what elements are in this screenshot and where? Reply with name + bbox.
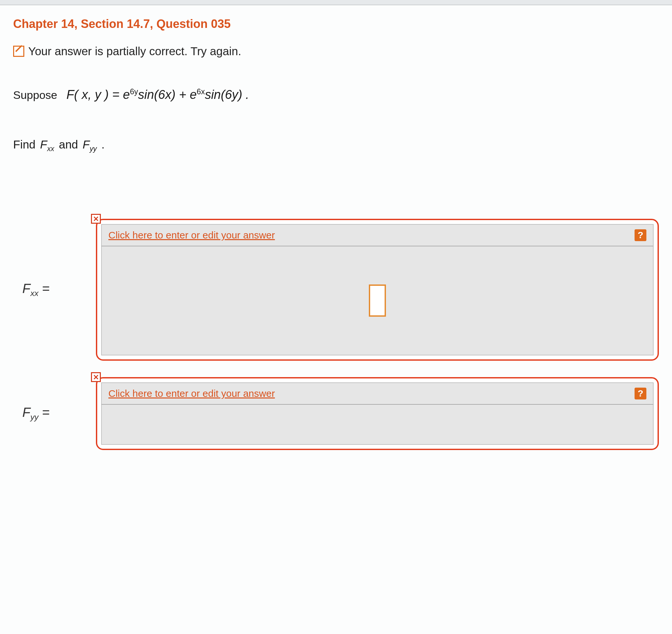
answer-label: Fxx =: [22, 281, 81, 298]
answer-header: Click here to enter or edit your answer?: [101, 224, 654, 246]
formula-part: sin(6x) + e: [138, 88, 196, 101]
find-lead: Find: [13, 138, 35, 151]
status-row: Your answer is partially correct. Try ag…: [13, 45, 659, 58]
equals-sign: =: [39, 281, 50, 296]
find-tail: .: [101, 138, 105, 151]
sym-sub: yy: [30, 413, 39, 421]
sym-sub: yy: [90, 144, 97, 153]
partial-correct-icon: [13, 46, 24, 57]
answers-container: Fxx =✕Click here to enter or edit your a…: [13, 219, 659, 450]
sym-base: F: [22, 281, 30, 296]
answer-box[interactable]: Click here to enter or edit your answer?: [96, 219, 659, 361]
sym-sub: xx: [47, 144, 54, 153]
formula-exp: 6y: [130, 87, 138, 96]
formula-part: sin(6y): [205, 88, 242, 101]
problem-formula: F( x, y ) = e6ysin(6x) + e6xsin(6y): [66, 87, 242, 102]
incorrect-badge-icon: ✕: [91, 372, 101, 382]
answer-body[interactable]: [101, 405, 654, 445]
formula-part: F( x, y ) = e: [66, 88, 130, 101]
input-cursor-icon: [369, 284, 386, 317]
formula-exp: 6x: [197, 87, 205, 96]
edit-answer-link[interactable]: Click here to enter or edit your answer: [109, 388, 275, 399]
answer-box-wrap: ✕Click here to enter or edit your answer…: [96, 219, 659, 361]
sym-base: F: [40, 138, 47, 151]
answer-body[interactable]: [101, 246, 654, 355]
find-conj: and: [59, 138, 78, 151]
question-heading: Chapter 14, Section 14.7, Question 035: [13, 17, 659, 31]
answer-header: Click here to enter or edit your answer?: [101, 382, 654, 405]
find-sym2: Fyy: [83, 138, 97, 153]
answer-box-wrap: ✕Click here to enter or edit your answer…: [96, 377, 659, 450]
edit-answer-link[interactable]: Click here to enter or edit your answer: [109, 230, 275, 241]
problem-statement: Suppose F( x, y ) = e6ysin(6x) + e6xsin(…: [13, 87, 659, 102]
answer-box[interactable]: Click here to enter or edit your answer?: [96, 377, 659, 450]
sym-sub: xx: [30, 289, 39, 298]
window-top-bar: [0, 0, 672, 5]
fade-overlay: [0, 631, 672, 634]
find-line: Find Fxx and Fyy .: [13, 138, 659, 153]
answer-label: Fyy =: [22, 405, 81, 422]
answer-row: Fxx =✕Click here to enter or edit your a…: [22, 219, 659, 361]
find-sym1: Fxx: [40, 138, 54, 153]
help-icon[interactable]: ?: [634, 229, 646, 241]
incorrect-badge-icon: ✕: [91, 214, 101, 224]
sym-base: F: [22, 405, 30, 420]
question-content: Chapter 14, Section 14.7, Question 035 Y…: [0, 5, 672, 450]
answer-row: Fyy =✕Click here to enter or edit your a…: [22, 377, 659, 450]
status-text: Your answer is partially correct. Try ag…: [28, 45, 241, 58]
formula-tail: .: [246, 88, 249, 102]
help-icon[interactable]: ?: [634, 388, 646, 399]
equals-sign: =: [39, 405, 50, 420]
sym-base: F: [83, 138, 90, 151]
problem-lead: Suppose: [13, 89, 57, 101]
